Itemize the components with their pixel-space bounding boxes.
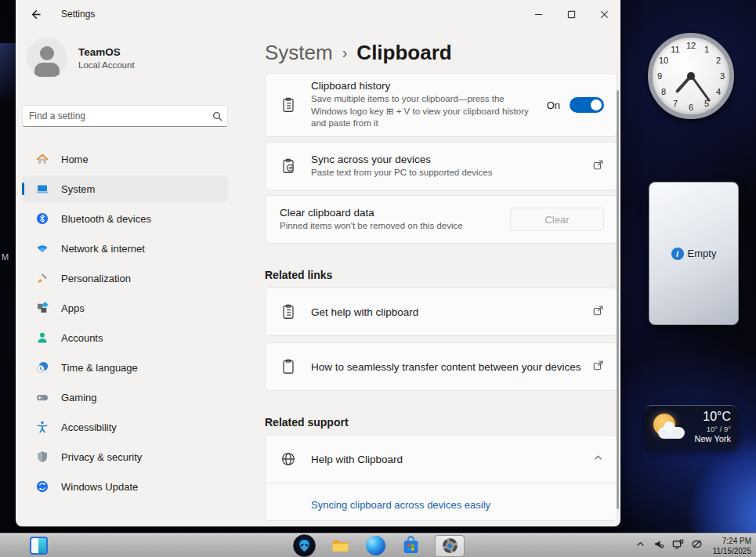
weather-widget[interactable]: 10°C 10° / 9° New York bbox=[644, 405, 738, 450]
page-title: Clipboard bbox=[356, 41, 451, 65]
minimize-button[interactable] bbox=[522, 0, 555, 28]
taskbar-widgets-button[interactable] bbox=[30, 537, 48, 555]
sidebar-item-home[interactable]: Home bbox=[22, 146, 228, 172]
sidebar-item-privacy[interactable]: Privacy & security bbox=[22, 443, 228, 470]
related-links-heading: Related links bbox=[265, 269, 602, 281]
minimize-icon bbox=[534, 10, 543, 19]
search-icon bbox=[207, 111, 227, 121]
network-icon bbox=[34, 241, 50, 256]
network-ethernet-icon[interactable] bbox=[672, 538, 684, 553]
close-icon bbox=[600, 10, 609, 19]
clock-number: 8 bbox=[661, 87, 666, 96]
clock-number: 2 bbox=[716, 56, 721, 65]
back-button[interactable] bbox=[22, 5, 47, 24]
external-link-icon bbox=[592, 305, 604, 320]
account-card[interactable]: TeamOS Local Account bbox=[27, 38, 249, 78]
taskbar: 7:24 PM 11/15/2025 bbox=[0, 533, 756, 557]
external-link-icon bbox=[592, 159, 604, 174]
main-content: System › Clipboard Clipboard history Sav… bbox=[249, 28, 620, 526]
clock-number: 4 bbox=[716, 87, 721, 96]
sidebar-item-label: Home bbox=[61, 154, 89, 165]
time-language-icon bbox=[34, 360, 50, 375]
system-icon bbox=[34, 181, 50, 197]
sidebar-item-windows-update[interactable]: Windows Update bbox=[22, 473, 228, 500]
link-label: Get help with clipboard bbox=[311, 306, 588, 318]
back-arrow-icon bbox=[29, 9, 41, 20]
file-explorer-button[interactable] bbox=[329, 535, 351, 557]
clipboard-history-icon bbox=[266, 96, 311, 114]
weather-temperature: 10°C bbox=[695, 410, 731, 424]
no-internet-icon[interactable] bbox=[691, 538, 703, 553]
sidebar-item-bluetooth[interactable]: Bluetooth & devices bbox=[22, 205, 228, 232]
sidebar-item-label: Accessibility bbox=[61, 421, 117, 433]
breadcrumb-parent[interactable]: System bbox=[265, 41, 333, 65]
settings-window: Settings TeamOS Local Account bbox=[16, 0, 620, 526]
clock-widget[interactable]: 12 1 2 3 4 5 6 7 8 9 10 11 bbox=[648, 33, 734, 119]
link-label: How to seamlessly transfer content betwe… bbox=[311, 361, 588, 373]
desktop-glow bbox=[0, 43, 16, 129]
sidebar-item-accounts[interactable]: Accounts bbox=[22, 324, 228, 351]
weather-city: New York bbox=[695, 434, 731, 443]
windows-update-icon bbox=[34, 479, 50, 494]
clipboard-history-toggle[interactable] bbox=[570, 97, 604, 113]
syncing-clipboard-help-link[interactable]: Syncing clipboard across devices easily bbox=[311, 499, 490, 511]
window-title: Settings bbox=[61, 9, 95, 20]
sidebar-item-accessibility[interactable]: Accessibility bbox=[22, 414, 228, 440]
sidebar-item-label: Privacy & security bbox=[61, 451, 142, 463]
setting-title: Clipboard history bbox=[311, 80, 542, 92]
titlebar: Settings bbox=[16, 0, 620, 28]
microsoft-store-button[interactable] bbox=[400, 535, 421, 557]
sidebar-nav: Home System Bluetooth & devices Network … bbox=[22, 146, 228, 503]
accordion-title: Help with Clipboard bbox=[311, 454, 588, 465]
toggle-state-label: On bbox=[547, 99, 560, 111]
settings-taskbar-button[interactable] bbox=[435, 535, 465, 557]
sidebar-item-system[interactable]: System bbox=[22, 175, 228, 202]
volume-muted-icon[interactable] bbox=[653, 538, 665, 553]
sync-devices-card[interactable]: Sync across your devices Paste text from… bbox=[265, 142, 617, 190]
home-icon bbox=[34, 151, 50, 167]
setting-title: Clear clipboard data bbox=[280, 207, 505, 219]
help-accordion-header[interactable]: Help with Clipboard bbox=[266, 436, 617, 483]
sidebar: TeamOS Local Account Home System bbox=[16, 28, 249, 526]
globe-help-icon bbox=[266, 450, 311, 468]
sidebar-item-network[interactable]: Network & internet bbox=[22, 235, 228, 262]
sidebar-item-label: Accounts bbox=[61, 332, 103, 344]
note-status: Empty bbox=[688, 248, 717, 259]
get-help-link-card[interactable]: Get help with clipboard bbox=[265, 288, 617, 336]
clear-button[interactable]: Clear bbox=[510, 208, 604, 231]
sidebar-item-apps[interactable]: Apps bbox=[22, 295, 228, 321]
tray-chevron-up-icon[interactable] bbox=[635, 538, 646, 553]
sidebar-item-gaming[interactable]: Gaming bbox=[22, 384, 228, 411]
edge-button[interactable] bbox=[364, 535, 386, 557]
clock-number: 1 bbox=[704, 45, 709, 54]
maximize-button[interactable] bbox=[555, 0, 588, 28]
sidebar-item-label: System bbox=[61, 183, 95, 195]
setting-title: Sync across your devices bbox=[311, 154, 588, 165]
external-link-icon bbox=[592, 360, 604, 374]
transfer-content-link-card[interactable]: How to seamlessly transfer content betwe… bbox=[265, 342, 617, 391]
sidebar-item-label: Personalization bbox=[61, 273, 131, 284]
note-widget[interactable]: i Empty bbox=[649, 182, 739, 325]
sidebar-item-label: Gaming bbox=[61, 392, 97, 403]
search-box[interactable] bbox=[22, 105, 228, 127]
close-button[interactable] bbox=[588, 0, 620, 28]
sidebar-item-personalization[interactable]: Personalization bbox=[22, 265, 228, 291]
search-input[interactable] bbox=[23, 110, 207, 121]
taskbar-clock[interactable]: 7:24 PM 11/15/2025 bbox=[713, 536, 751, 556]
gaming-icon bbox=[34, 389, 50, 405]
edge-icon bbox=[366, 536, 385, 555]
setting-description: Pinned items won't be removed on this de… bbox=[280, 220, 505, 233]
personalization-icon bbox=[34, 270, 50, 286]
clock-number: 9 bbox=[657, 71, 662, 81]
gear-icon bbox=[443, 538, 458, 553]
scrollbar[interactable] bbox=[617, 90, 619, 509]
maximize-icon bbox=[567, 10, 576, 19]
sidebar-item-label: Network & internet bbox=[61, 243, 145, 255]
clock-center-dot bbox=[687, 72, 695, 80]
account-type: Local Account bbox=[78, 60, 135, 70]
sidebar-item-label: Bluetooth & devices bbox=[61, 213, 151, 225]
tray-time: 7:24 PM bbox=[713, 536, 751, 546]
clock-minute-hand bbox=[690, 75, 711, 102]
sidebar-item-time-language[interactable]: Time & language bbox=[22, 354, 228, 381]
start-button[interactable] bbox=[293, 534, 316, 557]
